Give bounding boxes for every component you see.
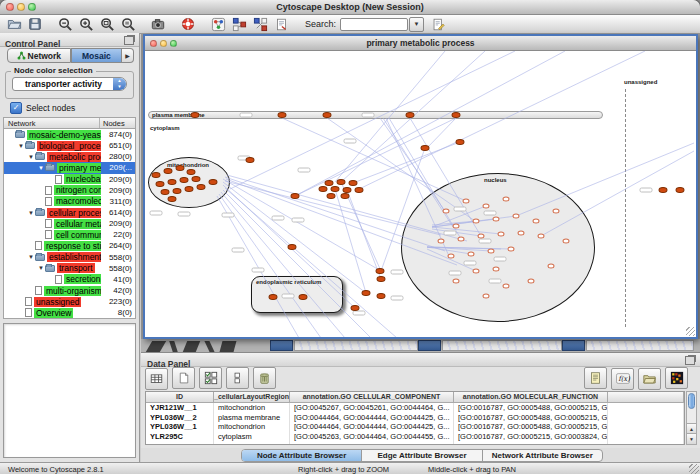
network-node[interactable] (518, 231, 525, 236)
column-header[interactable] (608, 392, 684, 402)
network-node[interactable] (448, 254, 455, 259)
network-node[interactable] (406, 112, 415, 118)
frame-zoom-button[interactable] (170, 40, 177, 47)
tree-expand-arrow[interactable]: ▼ (37, 265, 45, 271)
window-resize-grip[interactable] (689, 464, 699, 474)
tree-row[interactable]: ▼establishment of lo...558(0) (4, 252, 135, 263)
tab-node-attribute-browser[interactable]: Node Attribute Browser (242, 450, 361, 461)
zoom-in-icon[interactable] (78, 16, 94, 32)
search-dropdown-arrow[interactable]: ▼ (409, 17, 424, 32)
network-node[interactable] (156, 181, 165, 187)
table-row[interactable]: YLR295Ccytoplasm[GO:0045263, GO:0044464,… (146, 432, 684, 442)
close-button[interactable] (6, 3, 14, 11)
network-node[interactable] (351, 305, 360, 311)
help-icon[interactable] (180, 16, 196, 32)
background-window-edge[interactable] (270, 340, 293, 351)
network-node[interactable] (197, 184, 206, 190)
network-node[interactable] (164, 168, 173, 174)
network-node[interactable] (291, 193, 300, 199)
tree-row[interactable]: cellular metaboli...209(0) (4, 218, 135, 229)
tree-row[interactable]: ▼metabolic process280(0) (4, 151, 135, 162)
background-window-content[interactable] (442, 340, 562, 351)
tab-network-attribute-browser[interactable]: Network Attribute Browser (482, 450, 602, 461)
tab-edge-attribute-browser[interactable]: Edge Attribute Browser (361, 450, 481, 461)
network-node[interactable] (337, 179, 346, 185)
tree-row[interactable]: multi-organism pro...42(0) (4, 285, 135, 296)
node-color-dropdown[interactable]: transporter activity ▲▼ (12, 77, 127, 91)
zoom-selected-icon[interactable] (120, 16, 136, 32)
network-node[interactable] (503, 284, 510, 289)
network-node[interactable] (513, 214, 520, 219)
network-node[interactable] (278, 112, 287, 118)
zoom-fit-icon[interactable] (99, 16, 115, 32)
network-node[interactable] (498, 232, 505, 237)
delete-attribute-icon[interactable] (253, 367, 276, 389)
layout-b-icon[interactable] (252, 16, 268, 32)
tree-row[interactable]: Overview8(0) (4, 307, 135, 318)
scroll-down-icon[interactable]: ▼ (687, 433, 696, 444)
tree-expand-arrow[interactable]: ▼ (27, 210, 35, 216)
network-node[interactable] (483, 294, 490, 299)
zoom-button[interactable] (28, 3, 36, 11)
frame-close-button[interactable] (150, 40, 157, 47)
open-folder-icon[interactable] (6, 16, 22, 32)
network-node[interactable] (463, 199, 470, 204)
network-node[interactable] (473, 269, 480, 274)
network-node[interactable] (331, 186, 340, 192)
network-node[interactable] (528, 279, 535, 284)
network-node[interactable] (176, 165, 185, 171)
tree-expand-arrow[interactable]: ▼ (17, 143, 25, 149)
network-node[interactable] (676, 187, 685, 193)
network-node[interactable] (323, 112, 332, 118)
network-node[interactable] (458, 237, 465, 242)
network-node[interactable] (209, 179, 218, 185)
network-node[interactable] (659, 187, 668, 193)
vizmapper-icon[interactable] (210, 16, 226, 32)
table-row[interactable]: YJR121W__1mitochondrion[GO:0045267, GO:0… (146, 403, 684, 413)
network-node[interactable] (503, 197, 510, 202)
float-panel-icon[interactable] (124, 36, 134, 45)
tree-row[interactable]: nitrogen compou...209(0) (4, 185, 135, 196)
tab-mosaic[interactable]: Mosaic (71, 48, 122, 63)
network-node[interactable] (508, 247, 515, 252)
network-node[interactable] (478, 234, 485, 239)
network-frame-titlebar[interactable]: primary metabolic process (145, 36, 696, 51)
window-titlebar[interactable]: Cytoscape Desktop (New Session) (0, 0, 700, 15)
network-node[interactable] (456, 139, 465, 145)
edit-page-icon[interactable] (430, 16, 446, 32)
tree-row[interactable]: unassigned223(0) (4, 296, 135, 307)
search-input[interactable] (340, 18, 408, 31)
network-node[interactable] (452, 112, 461, 118)
network-node[interactable] (161, 189, 170, 195)
tree-row[interactable]: macromolecule ...311(0) (4, 196, 135, 207)
tree-row[interactable]: secretion41(0) (4, 274, 135, 285)
table-icon[interactable] (145, 368, 168, 390)
tree-expand-arrow[interactable]: ▼ (27, 254, 35, 260)
network-node[interactable] (269, 294, 278, 300)
network-node[interactable] (327, 193, 336, 199)
network-node[interactable] (355, 187, 364, 193)
dropdown-stepper-icon[interactable]: ▲▼ (113, 78, 126, 90)
network-node[interactable] (421, 145, 430, 151)
network-node[interactable] (548, 264, 555, 269)
column-header[interactable]: ID (146, 392, 214, 402)
column-header[interactable]: annotation.GO MOLECULAR_FUNCTION (454, 392, 608, 402)
network-node[interactable] (349, 180, 358, 186)
table-row[interactable]: YPL036W__2plasma membrane[GO:0044464, GO… (146, 413, 684, 423)
frame-resize-grip[interactable] (686, 327, 695, 336)
network-node[interactable] (187, 169, 196, 175)
network-node[interactable] (493, 217, 500, 222)
network-node[interactable] (468, 252, 475, 257)
network-node[interactable] (319, 186, 328, 192)
tree-row[interactable]: ▼transport558(0) (4, 263, 135, 274)
birds-eye-view[interactable] (3, 323, 136, 458)
zoom-out-icon[interactable] (57, 16, 73, 32)
network-node[interactable] (341, 193, 350, 199)
network-node[interactable] (299, 294, 308, 300)
table-scrollbar[interactable]: ▲ ▼ (686, 391, 697, 445)
network-node[interactable] (362, 290, 371, 296)
tree-expand-arrow[interactable]: ▼ (27, 154, 35, 160)
tree-row[interactable]: response to stimulu...264(0) (4, 240, 135, 251)
table-row[interactable]: YKR052Ccytoplasm[GO:0044464, GO:0044446,… (146, 442, 684, 445)
network-node[interactable] (488, 249, 495, 254)
